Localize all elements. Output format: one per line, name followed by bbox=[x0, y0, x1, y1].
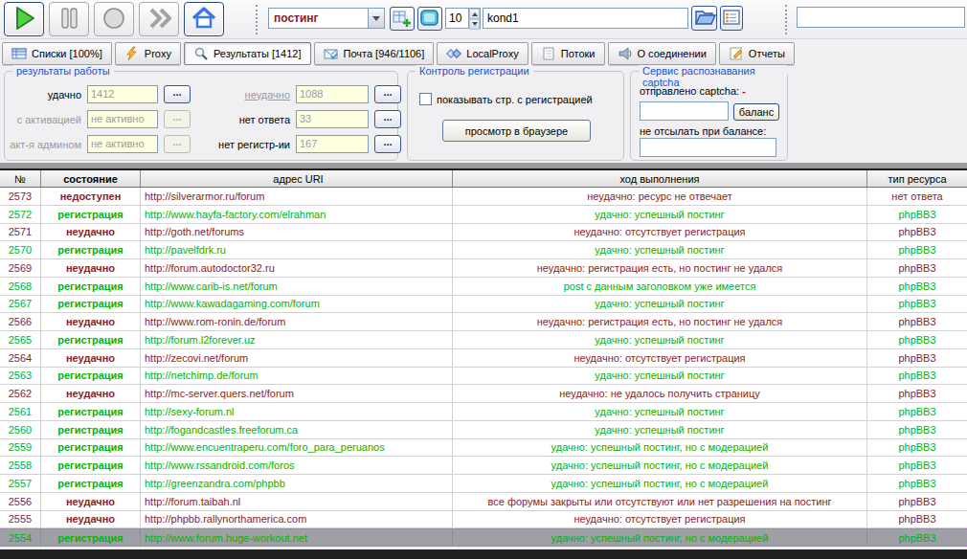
result-field-value[interactable]: не активно bbox=[87, 135, 158, 153]
screen-button[interactable] bbox=[417, 7, 442, 31]
cell-num[interactable]: 2567 bbox=[0, 296, 41, 313]
cell-url[interactable]: http://silverarmor.ru/forum bbox=[141, 188, 453, 205]
table-row[interactable]: 2563регистрацияhttp://netchimp.de/forumу… bbox=[0, 368, 967, 386]
table-row[interactable]: 2570регистрацияhttp://pavelfdrk.ruудачно… bbox=[0, 241, 967, 259]
cell-state[interactable]: неудачно bbox=[41, 493, 141, 510]
cell-type[interactable]: phpBB3 bbox=[867, 368, 967, 385]
cell-url[interactable]: http://zecovi.net/forum bbox=[141, 349, 453, 367]
tab-1[interactable]: Proxy bbox=[115, 42, 181, 65]
cell-url[interactable]: http://www.rom-ronin.de/forum bbox=[141, 313, 453, 330]
cell-progress[interactable]: неудачно: отсутствует регистрация bbox=[453, 511, 867, 528]
cell-num[interactable]: 2555 bbox=[0, 511, 41, 528]
cell-progress[interactable]: удачно: успешный постинг bbox=[453, 206, 867, 223]
result-field-value[interactable]: 1088 bbox=[296, 85, 369, 103]
cell-state[interactable]: регистрация bbox=[41, 457, 141, 474]
cell-state[interactable]: регистрация bbox=[41, 529, 141, 546]
cell-url[interactable]: http://mc-server.quers.net/forum bbox=[141, 385, 453, 402]
cell-num[interactable]: 2561 bbox=[0, 403, 41, 420]
cell-num[interactable]: 2564 bbox=[0, 349, 41, 367]
cell-type[interactable]: phpBB3 bbox=[867, 511, 967, 528]
cell-state[interactable]: неудачно bbox=[41, 385, 141, 402]
cell-num[interactable]: 2554 bbox=[0, 529, 41, 546]
cell-num[interactable]: 2570 bbox=[0, 241, 41, 258]
project-name-input[interactable] bbox=[483, 8, 688, 29]
cell-progress[interactable]: удачно: успешный постинг, но с модерацие… bbox=[453, 529, 867, 546]
open-project-button[interactable] bbox=[691, 6, 717, 31]
cell-url[interactable]: http://forum.taibah.nl bbox=[141, 493, 453, 510]
result-field-value[interactable]: 33 bbox=[296, 110, 369, 128]
cell-type[interactable]: phpBB3 bbox=[867, 259, 967, 277]
cell-type[interactable]: phpBB3 bbox=[867, 224, 967, 241]
cell-num[interactable]: 2569 bbox=[0, 259, 41, 277]
cell-progress[interactable]: неудачно: регистрация есть, но постинг н… bbox=[453, 313, 867, 330]
tab-0[interactable]: Списки [100%] bbox=[2, 42, 112, 65]
threads-stepper[interactable] bbox=[445, 8, 481, 29]
table-row[interactable]: 2564неудачноhttp://zecovi.net/forumнеуда… bbox=[0, 349, 967, 368]
cell-url[interactable]: http://www.rssandroid.com/foros bbox=[141, 457, 453, 474]
cell-state[interactable]: регистрация bbox=[41, 296, 141, 313]
cell-type[interactable]: phpBB3 bbox=[867, 403, 967, 420]
cell-progress[interactable]: удачно: успешный постинг bbox=[453, 421, 867, 438]
cell-num[interactable]: 2559 bbox=[0, 439, 41, 457]
table-row[interactable]: 2565регистрацияhttp://forum.l2forever.uz… bbox=[0, 331, 967, 349]
cell-url[interactable]: http://goth.net/forums bbox=[141, 224, 453, 241]
cell-state[interactable]: регистрация bbox=[41, 421, 141, 438]
cell-url[interactable]: http://netchimp.de/forum bbox=[141, 368, 453, 385]
browse-results-button[interactable]: ... bbox=[374, 135, 401, 153]
tab-6[interactable]: О соединении bbox=[608, 42, 716, 65]
cell-num[interactable]: 2557 bbox=[0, 475, 41, 492]
table-row[interactable]: 2569неудачноhttp://forum.autodoctor32.ru… bbox=[0, 259, 967, 278]
cell-state[interactable]: неудачно bbox=[41, 511, 141, 528]
cell-url[interactable]: http://greenzandra.com/phpbb bbox=[141, 475, 453, 492]
cell-state[interactable]: регистрация bbox=[41, 278, 141, 295]
quick-search-input[interactable] bbox=[797, 7, 965, 28]
cell-url[interactable]: http://forum.autodoctor32.ru bbox=[141, 259, 453, 277]
table-row[interactable]: 2556неудачноhttp://forum.taibah.nlвсе фо… bbox=[0, 493, 967, 511]
table-row[interactable]: 2568регистрацияhttp://www.carib-is.net/f… bbox=[0, 278, 967, 296]
cell-num[interactable]: 2563 bbox=[0, 368, 41, 385]
cell-state[interactable]: регистрация bbox=[41, 206, 141, 223]
show-registration-checkbox[interactable] bbox=[419, 93, 432, 105]
result-field-value[interactable]: не активно bbox=[87, 110, 158, 128]
table-row[interactable]: 2557регистрацияhttp://greenzandra.com/ph… bbox=[0, 475, 967, 493]
cell-state[interactable]: неудачно bbox=[41, 349, 141, 367]
tab-5[interactable]: Потоки bbox=[531, 42, 605, 65]
table-row[interactable]: 2554регистрацияhttp://www.forum.huge-wor… bbox=[0, 528, 967, 547]
cell-url[interactable]: http://forum.l2forever.uz bbox=[141, 331, 453, 348]
cell-progress[interactable]: неудачно: отсутствует регистрация bbox=[453, 349, 867, 367]
cell-state[interactable]: неудачно bbox=[41, 313, 141, 330]
chevron-down-icon[interactable] bbox=[368, 9, 384, 28]
cell-num[interactable]: 2571 bbox=[0, 224, 41, 241]
cell-progress[interactable]: удачно: успешный постинг bbox=[453, 241, 867, 258]
cell-state[interactable]: регистрация bbox=[41, 241, 141, 258]
details-view-button[interactable] bbox=[720, 6, 743, 31]
tab-4[interactable]: LocalProxy bbox=[437, 42, 528, 65]
cell-state[interactable]: регистрация bbox=[41, 439, 141, 457]
mode-select[interactable]: постинг bbox=[268, 8, 385, 29]
table-row[interactable]: 2559регистрацияhttp://www.encuentraperu.… bbox=[0, 439, 967, 458]
cell-type[interactable]: phpBB3 bbox=[867, 421, 967, 438]
cell-progress[interactable]: удачно: успешный постинг bbox=[453, 331, 867, 348]
play-button[interactable] bbox=[4, 2, 44, 36]
cell-num[interactable]: 2568 bbox=[0, 278, 41, 295]
cell-num[interactable]: 2573 bbox=[0, 188, 41, 205]
col-header-progress[interactable]: ход выполнения bbox=[453, 170, 867, 187]
cell-progress[interactable]: удачно: успешный постинг bbox=[453, 368, 867, 385]
cell-progress[interactable]: удачно: успешный постинг, но с модерацие… bbox=[453, 457, 867, 474]
cell-url[interactable]: http://fogandcastles.freeforum.ca bbox=[141, 421, 453, 438]
cell-type[interactable]: phpBB3 bbox=[867, 439, 967, 457]
table-row[interactable]: 2562неудачноhttp://mc-server.quers.net/f… bbox=[0, 385, 967, 403]
cell-state[interactable]: недоступен bbox=[41, 188, 141, 205]
cell-type[interactable]: phpBB3 bbox=[867, 493, 967, 510]
table-row[interactable]: 2572регистрацияhttp://www.hayfa-factory.… bbox=[0, 206, 967, 224]
tab-2[interactable]: Результаты [1412] bbox=[184, 42, 311, 65]
cell-state[interactable]: регистрация bbox=[41, 331, 141, 348]
table-row[interactable]: 2561регистрацияhttp://sexy-forum.nlудачн… bbox=[0, 403, 967, 421]
col-header-num[interactable]: № bbox=[0, 170, 41, 187]
col-header-url[interactable]: адрес URI bbox=[141, 170, 453, 187]
browse-results-button[interactable]: ... bbox=[164, 85, 191, 103]
cell-num[interactable]: 2572 bbox=[0, 206, 41, 223]
threads-input[interactable] bbox=[446, 9, 468, 28]
cell-progress[interactable]: все форумы закрыты или отсутствуют или н… bbox=[453, 493, 867, 510]
cell-type[interactable]: phpBB3 bbox=[867, 529, 967, 546]
